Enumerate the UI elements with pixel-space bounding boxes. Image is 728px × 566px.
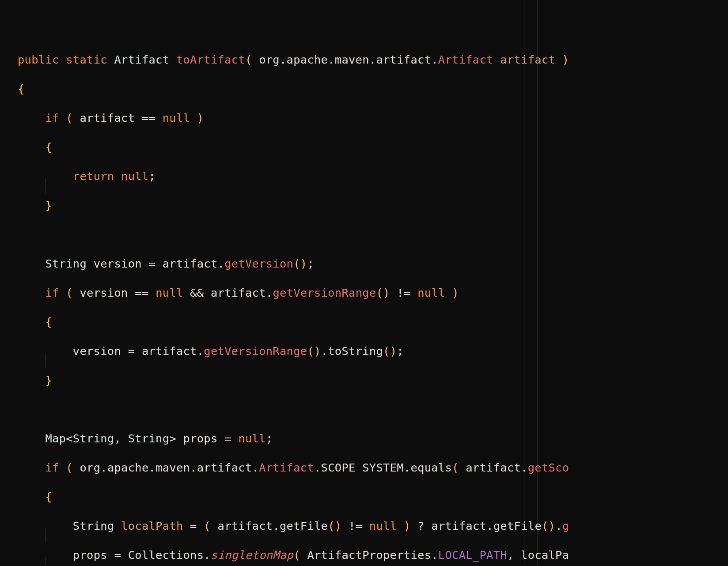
operator: !=	[349, 519, 362, 532]
identifier: artifact	[466, 461, 521, 474]
keyword-null: null	[155, 286, 183, 299]
dot: .	[431, 548, 438, 562]
code-line: {	[18, 82, 728, 96]
paren: )	[562, 53, 569, 66]
code-line: if ( org.apache.maven.artifact.Artifact.…	[18, 460, 728, 475]
keyword: static	[66, 53, 107, 66]
type: Map	[45, 432, 66, 445]
ruler-2	[537, 0, 538, 566]
method-call: getSco	[528, 461, 569, 474]
dot: .	[204, 548, 211, 562]
paren: (	[293, 548, 300, 562]
operator: ==	[142, 111, 155, 125]
identifier: version	[94, 257, 142, 270]
operator: &&	[190, 286, 204, 299]
keyword-null: null	[163, 111, 190, 125]
keyword: if	[45, 461, 59, 474]
code-editor[interactable]: public static Artifact toArtifact( org.a…	[0, 0, 728, 566]
paren: ()	[376, 286, 390, 299]
operator: =	[148, 257, 155, 270]
dot: .	[404, 461, 411, 474]
local-variable: localPath	[121, 519, 183, 532]
operator: =	[128, 344, 135, 358]
method-call: getVersion	[224, 257, 293, 270]
angle: >	[169, 432, 176, 445]
code-line: if ( version == null && artifact.getVers…	[18, 286, 728, 300]
code-line	[18, 227, 728, 242]
dot: .	[197, 344, 204, 358]
identifier: version	[80, 286, 128, 299]
method-call: getFile	[280, 519, 328, 532]
brace: {	[45, 315, 52, 328]
angle: <	[66, 432, 73, 445]
code-line	[18, 402, 728, 417]
type: ArtifactProperties	[307, 548, 431, 562]
dot: .	[218, 257, 225, 270]
static-method: singletonMap	[211, 548, 293, 562]
paren: (	[452, 461, 459, 474]
type: String	[73, 519, 114, 532]
semicolon: ;	[397, 344, 404, 358]
code-line: Map<String, String> props = null;	[18, 431, 728, 446]
keyword: public	[18, 53, 59, 66]
constant: LOCAL_PATH	[438, 548, 507, 562]
method-call: g	[562, 519, 569, 532]
dot: .	[314, 461, 321, 474]
operator: =	[190, 519, 197, 532]
package: org.apache.maven.artifact.	[80, 461, 259, 474]
brace: }	[45, 199, 52, 212]
operator: !=	[397, 286, 410, 299]
code-line: }	[18, 198, 728, 213]
code-line: return null;	[18, 169, 728, 184]
comma: ,	[507, 548, 514, 562]
code-line: props = Collections.singletonMap( Artifa…	[18, 548, 728, 562]
keyword: return	[73, 170, 114, 183]
operator: =	[114, 548, 121, 562]
type: String	[45, 257, 87, 270]
operator: =	[224, 432, 231, 445]
paren: (	[66, 286, 73, 299]
method-call: getFile	[493, 519, 542, 532]
paren: (	[204, 519, 211, 532]
code-line: String localPath = ( artifact.getFile() …	[18, 519, 728, 533]
identifier: artifact	[218, 519, 273, 532]
operator: ?	[417, 519, 425, 532]
operator: ==	[135, 286, 148, 299]
paren: )	[197, 111, 204, 125]
type: Artifact	[114, 53, 169, 66]
paren: (	[245, 53, 252, 66]
identifier: props	[73, 548, 107, 562]
type: String	[73, 432, 114, 445]
semicolon: ;	[266, 432, 273, 445]
type: Artifact	[438, 53, 493, 66]
semicolon: ;	[307, 257, 314, 270]
semicolon: ;	[149, 170, 156, 183]
brace: {	[45, 490, 52, 503]
method-call: equals	[410, 461, 452, 474]
paren: )	[452, 286, 459, 299]
dot: .	[266, 286, 273, 299]
brace: {	[45, 140, 52, 154]
paren: ()	[383, 344, 397, 358]
method-name: toArtifact	[176, 53, 245, 66]
paren: ()	[307, 344, 321, 358]
keyword-null: null	[238, 432, 265, 445]
code-line: {	[18, 490, 728, 504]
code-line: String version = artifact.getVersion();	[18, 257, 728, 271]
identifier: artifact	[211, 286, 266, 299]
identifier: artifact	[80, 111, 135, 125]
code-line: {	[18, 315, 728, 329]
dot: .	[486, 519, 493, 532]
identifier: artifact	[142, 344, 197, 358]
brace: }	[45, 374, 52, 387]
keyword-null: null	[121, 170, 148, 183]
paren: (	[66, 461, 73, 474]
code-line: {	[18, 140, 728, 155]
comma: ,	[114, 432, 121, 445]
paren: (	[66, 111, 73, 125]
identifier: props	[183, 432, 218, 445]
identifier: version	[73, 344, 121, 358]
type: Collections	[128, 548, 204, 562]
identifier: localPa	[521, 548, 569, 562]
code-line: public static Artifact toArtifact( org.a…	[18, 53, 728, 67]
